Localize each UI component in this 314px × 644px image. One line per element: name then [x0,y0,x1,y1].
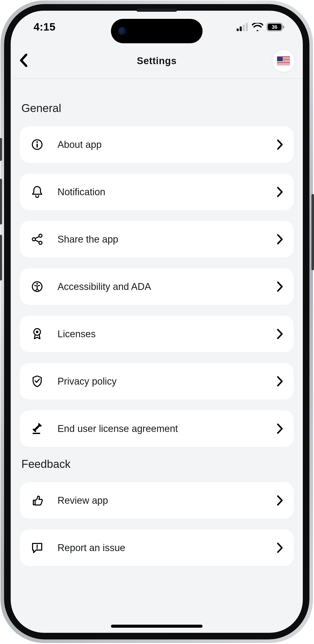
svg-rect-5 [283,25,284,29]
chevron-right-icon [276,186,283,198]
section-title-general: General [21,102,292,115]
chevron-left-icon [19,54,28,68]
row-privacy-policy[interactable]: Privacy policy [20,363,294,400]
svg-rect-2 [243,25,245,31]
row-accessibility[interactable]: Accessibility and ADA [20,268,294,305]
svg-point-12 [39,241,42,244]
row-share-app[interactable]: Share the app [20,221,294,258]
side-button [0,138,2,161]
status-time: 4:15 [34,21,55,33]
badge-icon [30,327,44,341]
svg-rect-0 [237,29,239,31]
nav-header: Settings [11,43,303,79]
chevron-right-icon [276,542,283,554]
home-indicator[interactable] [111,625,203,628]
svg-point-11 [32,238,35,241]
share-icon [30,232,44,246]
svg-point-18 [36,331,38,333]
row-label: Privacy policy [58,376,276,387]
row-review-app[interactable]: Review app [20,482,294,519]
chevron-right-icon [276,233,283,245]
speaker [136,9,177,12]
language-flag-button[interactable] [272,49,295,73]
screen: 4:15 [11,11,303,633]
row-label: Review app [58,495,276,506]
row-label: Licenses [58,329,276,340]
row-label: Share the app [58,234,276,245]
wifi-icon [252,23,263,31]
chevron-right-icon [276,495,283,506]
row-about-app[interactable]: About app [20,126,294,163]
battery-icon: 36 [267,23,284,31]
content-scroll[interactable]: General About app Notificati [11,79,303,633]
chevron-right-icon [276,281,283,292]
row-eula[interactable]: End user license agreement [20,410,294,447]
row-label: End user license agreement [58,423,276,434]
row-label: Notification [58,187,276,198]
front-camera-icon [118,27,126,35]
svg-point-8 [36,141,38,143]
back-button[interactable] [15,53,32,69]
row-licenses[interactable]: Licenses [20,316,294,352]
shield-check-icon [30,374,44,388]
chevron-right-icon [276,328,283,340]
phone-body: 4:15 [4,4,309,639]
volume-up-button [0,179,2,225]
svg-point-24 [37,548,38,549]
info-icon [30,137,44,152]
row-report-issue[interactable]: Report an issue [20,529,294,566]
page-title: Settings [137,55,177,66]
chat-alert-icon [30,541,44,555]
svg-rect-22 [33,433,40,434]
phone-frame: 4:15 [1,1,313,643]
svg-line-14 [35,240,39,242]
cellular-signal-icon [237,23,248,31]
accessibility-icon [30,279,44,294]
bell-icon [30,185,44,199]
us-flag-icon [277,56,290,65]
svg-point-16 [36,283,38,285]
chevron-right-icon [276,423,283,435]
row-label: Report an issue [58,542,276,553]
svg-rect-1 [240,26,242,31]
row-label: About app [58,139,276,150]
svg-point-10 [39,234,42,237]
chevron-right-icon [276,139,283,150]
volume-down-button [0,235,2,281]
dynamic-island [111,19,203,43]
chevron-right-icon [276,375,283,387]
svg-line-13 [35,236,39,239]
row-label: Accessibility and ADA [58,281,276,292]
svg-rect-9 [37,144,38,148]
svg-rect-3 [246,23,248,31]
row-notification[interactable]: Notification [20,174,294,210]
power-button [311,194,314,270]
gavel-icon [30,422,44,436]
section-title-feedback: Feedback [21,458,292,470]
battery-percent: 36 [267,23,282,31]
thumbs-up-icon [30,493,44,508]
